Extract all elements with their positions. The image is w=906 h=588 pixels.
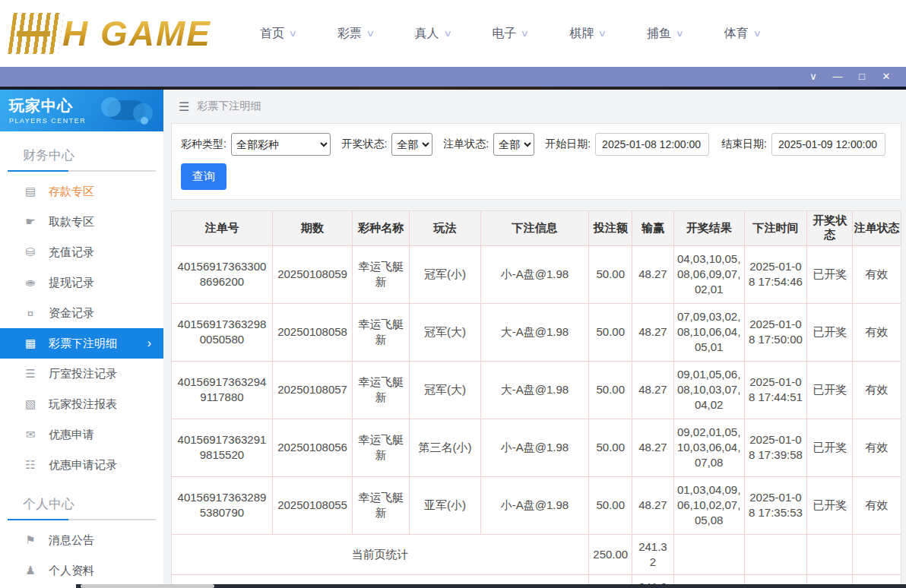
cell-play: 第三名(小) bbox=[410, 419, 480, 476]
bets-table-card: 注单号期数彩种名称玩法下注信息投注额输赢开奖结果下注时间开奖状态注单状态 401… bbox=[171, 210, 901, 588]
cell-order-status: 有效 bbox=[853, 303, 901, 361]
sidebar-item-0-3[interactable]: ⛂提现记录 bbox=[0, 267, 163, 298]
cell-order-status: 有效 bbox=[853, 419, 901, 476]
sidebar-item-0-7[interactable]: ▧玩家投注报表 bbox=[0, 389, 163, 419]
cell-lottery-name: 幸运飞艇新 bbox=[353, 303, 410, 361]
cell-bet-time: 2025-01-08 17:39:58 bbox=[744, 419, 806, 476]
nav-item-5[interactable]: 棋牌∨ bbox=[569, 26, 606, 42]
summary-win-loss-total: 241.32 bbox=[632, 534, 673, 574]
table-row: 40156917363294911788020250108057幸运飞艇新冠军(… bbox=[172, 361, 901, 419]
col-header-lottery-name: 彩种名称 bbox=[353, 211, 410, 245]
cell-bet-info: 小-A盘@1.98 bbox=[480, 245, 588, 303]
end-date-input[interactable] bbox=[771, 133, 885, 156]
col-header-order-status: 注单状态 bbox=[853, 211, 901, 245]
bank-card-icon: ▤ bbox=[23, 185, 38, 198]
cell-period: 20250108055 bbox=[272, 476, 352, 534]
nav-item-label: 捕鱼 bbox=[647, 26, 671, 42]
sidebar-item-0-9[interactable]: ☷优惠申请记录 bbox=[0, 450, 163, 480]
hamburger-icon[interactable]: ☰ bbox=[179, 100, 189, 114]
main-nav: 首页∨彩票∨真人∨电子∨棋牌∨捕鱼∨体育∨ bbox=[260, 26, 761, 42]
sidebar-item-0-5[interactable]: ▦彩票下注明细› bbox=[0, 328, 163, 359]
nav-item-7[interactable]: 体育∨ bbox=[724, 26, 761, 42]
sidebar-item-0-4[interactable]: ¤资金记录 bbox=[0, 298, 163, 328]
content-area: ☰ 彩票下注明细 彩种类型: 全部彩种 开奖状态: 全部 注单状态: 全部 开始… bbox=[163, 90, 906, 588]
table-row: 40156917363291981552020250108056幸运飞艇新第三名… bbox=[172, 419, 901, 476]
sidebar-item-label: 提现记录 bbox=[49, 276, 94, 290]
window-maximize-icon[interactable]: □ bbox=[850, 67, 874, 87]
window-minimize-icon[interactable]: — bbox=[825, 67, 850, 87]
report-chart-icon: ▧ bbox=[23, 397, 38, 411]
col-header-draw-result: 开奖结果 bbox=[673, 211, 744, 245]
sidebar-item-label: 优惠申请记录 bbox=[49, 458, 117, 473]
sidebar-section-title: 个人中心 bbox=[0, 480, 163, 519]
nav-item-6[interactable]: 捕鱼∨ bbox=[647, 26, 683, 42]
nav-item-label: 真人 bbox=[415, 26, 439, 42]
cell-bet-info: 大-A盘@1.98 bbox=[480, 361, 588, 419]
nav-item-4[interactable]: 电子∨ bbox=[492, 26, 528, 42]
promo-icon: ✉ bbox=[23, 428, 38, 441]
chevron-down-icon: ∨ bbox=[598, 28, 607, 39]
chevron-down-icon: ∨ bbox=[288, 28, 297, 39]
cell-bet-time: 2025-01-08 17:35:53 bbox=[744, 476, 806, 534]
cell-bet-amount: 50.00 bbox=[589, 361, 632, 419]
nav-item-label: 彩票 bbox=[337, 26, 362, 42]
nav-item-2[interactable]: 彩票∨ bbox=[337, 26, 374, 42]
cell-bet-amount: 50.00 bbox=[589, 303, 632, 361]
cell-order-no: 401569173632895380790 bbox=[172, 476, 272, 534]
logo-text: H GAME bbox=[62, 13, 211, 54]
horizontal-scrollbar[interactable] bbox=[76, 584, 906, 588]
table-row: 40156917363289538079020250108055幸运飞艇新亚军(… bbox=[172, 476, 901, 534]
hand-money-icon: ☛ bbox=[23, 215, 38, 229]
order-status-select[interactable]: 全部 bbox=[493, 133, 534, 156]
lottery-type-select[interactable]: 全部彩种 bbox=[231, 133, 331, 156]
draw-status-select[interactable]: 全部 bbox=[391, 133, 432, 156]
chevron-down-icon: ∨ bbox=[366, 28, 375, 39]
sidebar-item-label: 个人资料 bbox=[49, 564, 94, 578]
cell-play: 冠军(大) bbox=[410, 361, 480, 419]
nav-item-label: 首页 bbox=[260, 26, 284, 42]
sidebar-item-0-6[interactable]: ☰厅室投注记录 bbox=[0, 359, 163, 389]
col-header-draw-status: 开奖状态 bbox=[807, 211, 853, 245]
cell-draw-result: 09,02,01,05,10,03,06,04,07,08 bbox=[673, 419, 744, 476]
cell-bet-info: 大-A盘@1.98 bbox=[480, 303, 588, 361]
summary-empty-cell bbox=[744, 534, 806, 574]
cell-win-loss: 48.27 bbox=[632, 419, 673, 476]
cell-period: 20250108056 bbox=[272, 419, 352, 476]
chevron-down-icon: ∨ bbox=[752, 28, 762, 39]
order-status-label: 注单状态: bbox=[443, 138, 489, 151]
cell-lottery-name: 幸运飞艇新 bbox=[353, 245, 410, 303]
nav-item-1[interactable]: 首页∨ bbox=[260, 26, 296, 42]
start-date-input[interactable] bbox=[595, 133, 709, 156]
cell-order-no: 401569173632949117880 bbox=[172, 361, 272, 419]
cell-order-no: 401569173633008696200 bbox=[172, 245, 272, 303]
summary-empty-cell bbox=[807, 534, 853, 574]
chevron-down-icon: ∨ bbox=[675, 28, 684, 39]
sidebar-item-1-0[interactable]: ⚑消息公告 bbox=[0, 525, 163, 555]
sidebar-item-0-2[interactable]: ⛁充值记录 bbox=[0, 237, 163, 267]
cell-draw-status: 已开奖 bbox=[807, 303, 853, 361]
window-dropdown-icon[interactable]: ∨ bbox=[801, 67, 825, 87]
chevron-down-icon: ∨ bbox=[521, 28, 530, 39]
person-icon: ♟ bbox=[23, 564, 38, 577]
table-header-row: 注单号期数彩种名称玩法下注信息投注额输赢开奖结果下注时间开奖状态注单状态 bbox=[172, 211, 901, 245]
col-header-order-no: 注单号 bbox=[172, 211, 272, 245]
sidebar-item-1-1[interactable]: ♟个人资料 bbox=[0, 555, 163, 586]
sidebar-item-label: 厅室投注记录 bbox=[49, 367, 117, 381]
cell-order-no: 401569173632919815520 bbox=[172, 419, 272, 476]
gamepad-icon bbox=[103, 97, 150, 125]
sidebar-item-0-1[interactable]: ☛取款专区 bbox=[0, 207, 163, 237]
cell-period: 20250108058 bbox=[272, 303, 352, 361]
summary-row: 当前页统计250.00241.32 bbox=[172, 534, 901, 574]
brand-logo[interactable]: H GAME bbox=[11, 7, 211, 60]
cell-bet-time: 2025-01-08 17:44:51 bbox=[744, 361, 806, 419]
summary-empty-cell bbox=[853, 534, 901, 574]
scrollbar-thumb[interactable] bbox=[81, 584, 214, 588]
cell-play: 亚军(小) bbox=[410, 476, 480, 534]
nav-item-3[interactable]: 真人∨ bbox=[415, 26, 451, 42]
window-close-icon[interactable]: ✕ bbox=[874, 67, 898, 87]
hall-list-icon: ☰ bbox=[23, 367, 38, 381]
sidebar-item-0-0[interactable]: ▤存款专区 bbox=[0, 176, 163, 207]
sidebar-item-0-8[interactable]: ✉优惠申请 bbox=[0, 419, 163, 450]
search-button[interactable]: 查询 bbox=[181, 163, 226, 190]
table-row: 40156917363298005058020250108058幸运飞艇新冠军(… bbox=[172, 303, 901, 361]
